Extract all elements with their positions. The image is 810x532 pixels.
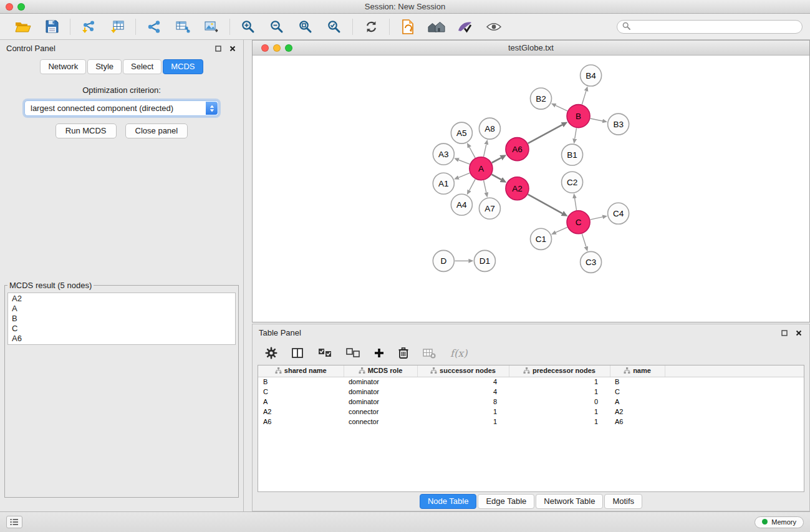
graph-edge-A-A4[interactable] bbox=[470, 179, 476, 190]
table-column-header[interactable]: successor nodes bbox=[417, 365, 509, 377]
function-builder-icon[interactable]: f(x) bbox=[450, 347, 467, 359]
graph-node-A5[interactable]: A5 bbox=[451, 122, 472, 143]
table-panel-tab[interactable]: Network Table bbox=[536, 494, 603, 509]
graph-node-B3[interactable]: B3 bbox=[608, 114, 629, 135]
graph-node-A[interactable]: A bbox=[470, 157, 493, 180]
graph-edge-C-C2[interactable] bbox=[575, 198, 577, 210]
refresh-icon[interactable] bbox=[362, 17, 380, 36]
graph-node-B1[interactable]: B1 bbox=[562, 144, 583, 165]
minimize-network-window-button[interactable] bbox=[273, 44, 281, 52]
new-network-icon[interactable] bbox=[145, 17, 163, 36]
graph-edge-A-A1[interactable] bbox=[459, 173, 470, 177]
zoom-window-button[interactable] bbox=[17, 3, 25, 11]
show-hide-eye-icon[interactable] bbox=[485, 17, 503, 36]
float-panel-icon[interactable] bbox=[214, 44, 223, 53]
graph-edge-A-A7[interactable] bbox=[484, 180, 486, 193]
table-settings-gear-icon[interactable] bbox=[265, 347, 277, 359]
close-panel-button[interactable]: Close panel bbox=[125, 123, 188, 138]
graph-node-D[interactable]: D bbox=[433, 250, 454, 271]
graph-node-C3[interactable]: C3 bbox=[581, 251, 602, 273]
graph-node-C2[interactable]: C2 bbox=[562, 172, 583, 193]
home-icon[interactable] bbox=[427, 17, 446, 36]
graph-edge-A-A6[interactable] bbox=[492, 158, 501, 163]
graph-node-A1[interactable]: A1 bbox=[433, 173, 454, 194]
graph-edge-C-C4[interactable] bbox=[591, 216, 603, 219]
control-panel-tab[interactable]: Style bbox=[87, 59, 122, 74]
graph-node-B[interactable]: B bbox=[567, 104, 590, 127]
graph-edge-A-A5[interactable] bbox=[470, 147, 475, 158]
import-network-icon[interactable] bbox=[79, 17, 98, 36]
search-input[interactable] bbox=[634, 22, 797, 32]
network-graph[interactable]: A5A8A3AA1A4A7A6A2B2B4BB3B1C2C1CC4C3DD1 bbox=[253, 56, 809, 322]
criterion-dropdown[interactable]: largest connected component (directed) bbox=[24, 100, 219, 116]
close-panel-icon[interactable] bbox=[228, 44, 237, 53]
network-from-table-icon[interactable] bbox=[173, 17, 192, 36]
control-panel-tab[interactable]: MCDS bbox=[163, 59, 203, 74]
run-mcds-button[interactable]: Run MCDS bbox=[55, 123, 117, 138]
graph-edge-B-B4[interactable] bbox=[582, 90, 586, 104]
graph-node-A3[interactable]: A3 bbox=[433, 143, 454, 165]
network-canvas[interactable]: A5A8A3AA1A4A7A6A2B2B4BB3B1C2C1CC4C3DD1 bbox=[253, 56, 809, 322]
graph-edge-A-A2[interactable] bbox=[491, 174, 501, 179]
graph-node-B2[interactable]: B2 bbox=[530, 88, 551, 109]
graph-node-C[interactable]: C bbox=[567, 210, 590, 233]
graph-node-A4[interactable]: A4 bbox=[451, 194, 472, 215]
graph-edge-B-B3[interactable] bbox=[591, 118, 602, 121]
graph-edge-A6-B[interactable] bbox=[528, 125, 562, 143]
table-row[interactable]: B dominator 4 1 B bbox=[258, 377, 804, 387]
graph-node-A6[interactable]: A6 bbox=[506, 137, 529, 160]
delete-table-icon[interactable] bbox=[423, 348, 436, 359]
graph-node-D1[interactable]: D1 bbox=[474, 250, 495, 271]
zoom-in-icon[interactable] bbox=[239, 17, 258, 36]
graph-node-A2[interactable]: A2 bbox=[506, 177, 529, 200]
control-panel-tab[interactable]: Network bbox=[40, 59, 86, 74]
table-column-header[interactable]: shared name bbox=[258, 365, 344, 377]
delete-column-trash-icon[interactable] bbox=[398, 347, 408, 359]
add-column-icon[interactable] bbox=[374, 348, 384, 358]
select-all-rows-icon[interactable] bbox=[318, 348, 332, 358]
graph-edge-B-B2[interactable] bbox=[556, 105, 567, 111]
select-columns-icon[interactable] bbox=[292, 348, 304, 359]
graph-edge-C-C1[interactable] bbox=[556, 227, 567, 232]
graph-edge-A2-C[interactable] bbox=[528, 194, 562, 213]
table-row[interactable]: C dominator 4 1 C bbox=[258, 387, 804, 397]
open-file-icon[interactable] bbox=[14, 17, 32, 36]
table-column-header[interactable]: MCDS role bbox=[344, 365, 417, 377]
graph-edge-B-B1[interactable] bbox=[575, 128, 577, 138]
zoom-out-icon[interactable] bbox=[268, 17, 286, 36]
table-row[interactable]: A dominator 8 0 A bbox=[258, 397, 804, 407]
graph-node-B4[interactable]: B4 bbox=[581, 65, 602, 86]
table-row[interactable]: A6 connector 1 1 A6 bbox=[258, 417, 804, 427]
close-window-button[interactable] bbox=[6, 3, 13, 11]
table-panel-tab[interactable]: Node Table bbox=[420, 494, 477, 509]
mcds-result-list[interactable]: A2ABCA6 bbox=[7, 293, 236, 345]
float-table-panel-icon[interactable] bbox=[780, 329, 789, 337]
table-column-header[interactable]: predecessor nodes bbox=[509, 365, 610, 377]
graph-node-A7[interactable]: A7 bbox=[479, 198, 500, 219]
control-panel-tab[interactable]: Select bbox=[123, 59, 162, 74]
graph-node-C1[interactable]: C1 bbox=[530, 228, 551, 249]
table-row[interactable]: A2 connector 1 1 A2 bbox=[258, 407, 804, 417]
apply-style-icon[interactable] bbox=[456, 17, 475, 36]
table-panel-tab[interactable]: Motifs bbox=[604, 494, 642, 509]
task-history-icon[interactable] bbox=[6, 516, 22, 528]
open-session-document-icon[interactable] bbox=[398, 17, 417, 36]
table-column-header[interactable]: name bbox=[610, 365, 665, 377]
graph-edge-A-A3[interactable] bbox=[459, 160, 470, 164]
graph-node-A8[interactable]: A8 bbox=[479, 118, 500, 139]
zoom-network-window-button[interactable] bbox=[285, 44, 292, 52]
close-table-panel-icon[interactable] bbox=[794, 329, 803, 337]
import-table-icon[interactable] bbox=[108, 17, 127, 36]
graph-edge-A-A8[interactable] bbox=[484, 144, 486, 157]
search-field[interactable] bbox=[617, 20, 803, 34]
table-panel-tab[interactable]: Edge Table bbox=[478, 494, 534, 509]
graph-node-C4[interactable]: C4 bbox=[608, 203, 629, 224]
deselect-all-rows-icon[interactable] bbox=[346, 348, 360, 358]
export-image-icon[interactable] bbox=[202, 17, 221, 36]
node-table-container[interactable]: shared name MCDS role successor nodes bbox=[258, 365, 804, 492]
zoom-fit-icon[interactable] bbox=[296, 17, 315, 36]
save-session-icon[interactable] bbox=[42, 17, 61, 36]
close-network-window-button[interactable] bbox=[261, 44, 269, 52]
zoom-selected-icon[interactable] bbox=[325, 17, 344, 36]
graph-edge-C-C3[interactable] bbox=[582, 233, 586, 246]
